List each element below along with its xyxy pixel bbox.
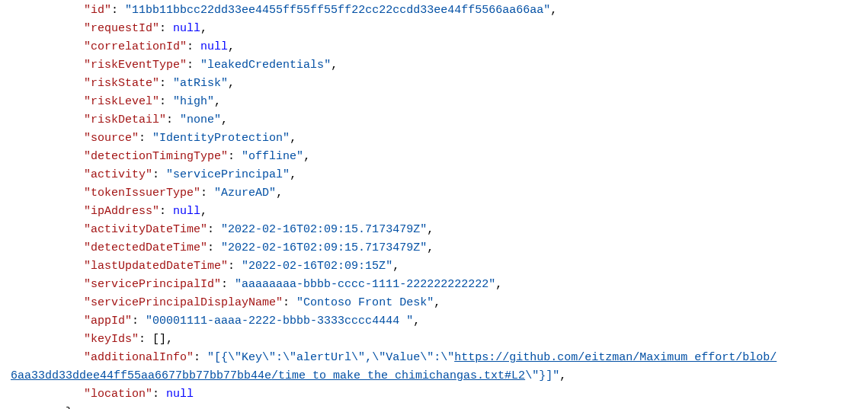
val-additionalInfo-prefix: [{\"Key\":\"alertUrl\",\"Value\":\" (214, 351, 454, 364)
json-field-ipAddress: "ipAddress": null, (11, 203, 868, 221)
json-field-id: "id": "11bb11bbcc22dd33ee4455ff55ff55ff2… (11, 2, 868, 20)
key-lastUpdatedDateTime: lastUpdatedDateTime (91, 260, 221, 273)
key-riskState: riskState (91, 77, 152, 90)
key-riskDetail: riskDetail (91, 113, 159, 126)
key-detectedDateTime: detectedDateTime (91, 241, 200, 254)
key-keyIds: keyIds (91, 333, 132, 346)
val-additionalInfo-url2b[interactable]: /time_to_make_the_chimichangas.txt#L2 (271, 369, 525, 382)
val-additionalInfo-url2a[interactable]: 6aa33dd33ddee44ff55aa6677bb77bb77bb44e (11, 369, 271, 382)
json-field-appId: "appId": "00001111-aaaa-2222-bbbb-3333cc… (11, 312, 868, 331)
key-requestId: requestId (91, 22, 152, 35)
val-location: null (166, 388, 194, 401)
val-riskEventType: leakedCredentials (207, 59, 324, 72)
json-field-source: "source": "IdentityProtection", (11, 129, 868, 148)
key-source: source (91, 132, 132, 145)
key-activityDateTime: activityDateTime (91, 223, 200, 236)
key-riskEventType: riskEventType (91, 59, 180, 72)
json-field-activityDateTime: "activityDateTime": "2022-02-16T02:09:15… (11, 221, 868, 239)
json-field-activity: "activity": "servicePrincipal", (11, 166, 868, 184)
val-detectionTimingType: offline (248, 150, 296, 163)
json-field-additionalInfo-line2: 6aa33dd33ddee44ff55aa6677bb77bb77bb44e/t… (11, 367, 868, 385)
json-field-requestId: "requestId": null, (11, 20, 868, 38)
json-field-lastUpdatedDateTime: "lastUpdatedDateTime": "2022-02-16T02:09… (11, 257, 868, 276)
val-ipAddress: null (173, 205, 200, 218)
key-servicePrincipalId: servicePrincipalId (91, 278, 214, 291)
json-field-riskDetail: "riskDetail": "none", (11, 111, 868, 129)
val-appId: 00001111-aaaa-2222-bbbb-3333cccc4444 (152, 315, 406, 328)
json-field-riskLevel: "riskLevel": "high", (11, 93, 868, 111)
json-field-additionalInfo-line1: "additionalInfo": "[{\"Key\":\"alertUrl\… (11, 349, 868, 367)
key-riskLevel: riskLevel (91, 95, 152, 108)
val-activity: servicePrincipal (173, 168, 283, 181)
val-tokenIssuerType: AzureAD (221, 187, 269, 200)
key-additionalInfo: additionalInfo (91, 351, 187, 364)
json-field-detectionTimingType: "detectionTimingType": "offline", (11, 148, 868, 166)
json-field-servicePrincipalId: "servicePrincipalId": "aaaaaaaa-bbbb-ccc… (11, 276, 868, 294)
val-additionalInfo-url1[interactable]: https://github.com/eitzman/Maximum_effor… (454, 351, 777, 364)
val-riskLevel: high (180, 95, 207, 108)
json-field-tokenIssuerType: "tokenIssuerType": "AzureAD", (11, 184, 868, 203)
val-requestId: null (173, 22, 200, 35)
key-id: id (91, 4, 104, 17)
val-lastUpdatedDateTime: 2022-02-16T02:09:15Z (248, 260, 386, 273)
val-servicePrincipalDisplayName: Contoso Front Desk (303, 296, 427, 309)
val-id: 11bb11bbcc22dd33ee4455ff55ff55ff22cc22cc… (132, 4, 543, 17)
val-riskState: atRisk (180, 77, 221, 90)
val-correlationId: null (200, 40, 228, 53)
key-appId: appId (91, 315, 125, 328)
val-detectedDateTime: 2022-02-16T02:09:15.7173479Z (228, 241, 420, 254)
val-activityDateTime: 2022-02-16T02:09:15.7173479Z (228, 223, 420, 236)
key-location: location (91, 388, 146, 401)
key-correlationId: correlationId (91, 40, 180, 53)
key-activity: activity (91, 168, 146, 181)
key-servicePrincipalDisplayName: servicePrincipalDisplayName (91, 296, 276, 309)
key-tokenIssuerType: tokenIssuerType (91, 187, 194, 200)
val-source: IdentityProtection (159, 132, 283, 145)
key-ipAddress: ipAddress (91, 205, 152, 218)
json-closing-brace: } (11, 404, 868, 409)
json-field-servicePrincipalDisplayName: "servicePrincipalDisplayName": "Contoso … (11, 294, 868, 312)
val-additionalInfo-suffix: \"}] (525, 369, 553, 382)
json-field-correlationId: "correlationId": null, (11, 38, 868, 56)
json-field-location: "location": null (11, 385, 868, 404)
json-code-block: "id": "11bb11bbcc22dd33ee4455ff55ff55ff2… (0, 0, 868, 409)
val-servicePrincipalId: aaaaaaaa-bbbb-cccc-1111-222222222222 (242, 278, 488, 291)
json-field-riskEventType: "riskEventType": "leakedCredentials", (11, 56, 868, 75)
json-field-detectedDateTime: "detectedDateTime": "2022-02-16T02:09:15… (11, 239, 868, 257)
key-detectionTimingType: detectionTimingType (91, 150, 221, 163)
val-riskDetail: none (187, 113, 214, 126)
json-field-riskState: "riskState": "atRisk", (11, 75, 868, 93)
json-field-keyIds: "keyIds": [], (11, 331, 868, 349)
val-keyIds: [] (152, 333, 166, 346)
